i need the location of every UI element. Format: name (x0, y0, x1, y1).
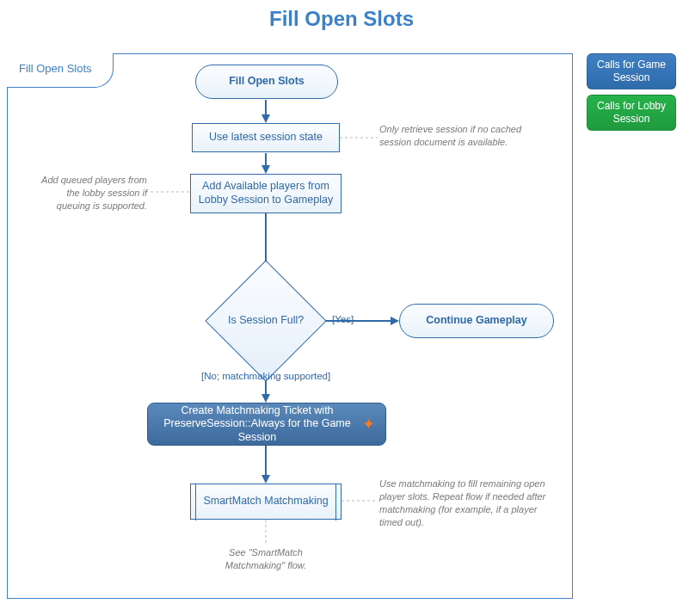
annotation-use-mm: Use matchmaking to fill remaining open p… (379, 477, 551, 528)
node-create-matchmaking-ticket: Create Matchmaking Ticket with PreserveS… (147, 403, 386, 446)
node-smartmatch: SmartMatch Matchmaking (190, 484, 342, 520)
arrow-head-icon (262, 165, 270, 174)
legend-lobby-session: Calls for Lobby Session (587, 95, 676, 131)
edge-label-yes: [Yes] (332, 314, 354, 324)
legend-game-session: Calls for Game Session (587, 53, 676, 89)
create-ticket-text: Create Matchmaking Ticket with PreserveS… (160, 404, 354, 445)
annotation-queued: Add queued players from the lobby sessio… (34, 174, 147, 213)
node-add-players: Add Available players from Lobby Session… (190, 174, 342, 213)
arrow-head-icon (262, 475, 270, 484)
arrow-head-icon (262, 114, 270, 123)
star-icon: ✦ (362, 415, 375, 434)
node-start: Fill Open Slots (195, 65, 338, 99)
arrow-head-icon (391, 317, 399, 325)
diagram-title: Fill Open Slots (0, 0, 683, 31)
annotation-see-flow: See "SmartMatch Matchmaking" flow. (218, 546, 313, 572)
legend: Calls for Game Session Calls for Lobby S… (587, 53, 676, 136)
node-continue-gameplay: Continue Gameplay (399, 304, 554, 338)
arrow-head-icon (262, 394, 270, 403)
node-use-latest-state: Use latest session state (192, 123, 340, 152)
decision-text: Is Session Full? (224, 314, 308, 328)
node-decision-session-full: Is Session Full? (223, 278, 309, 364)
edge-label-no: [No; matchmaking supported] (201, 371, 330, 381)
annotation-retrieve: Only retrieve session if no cached sessi… (379, 123, 526, 149)
diagram-frame: Fill Open Slots Fill Open Slots Use late… (7, 53, 573, 599)
